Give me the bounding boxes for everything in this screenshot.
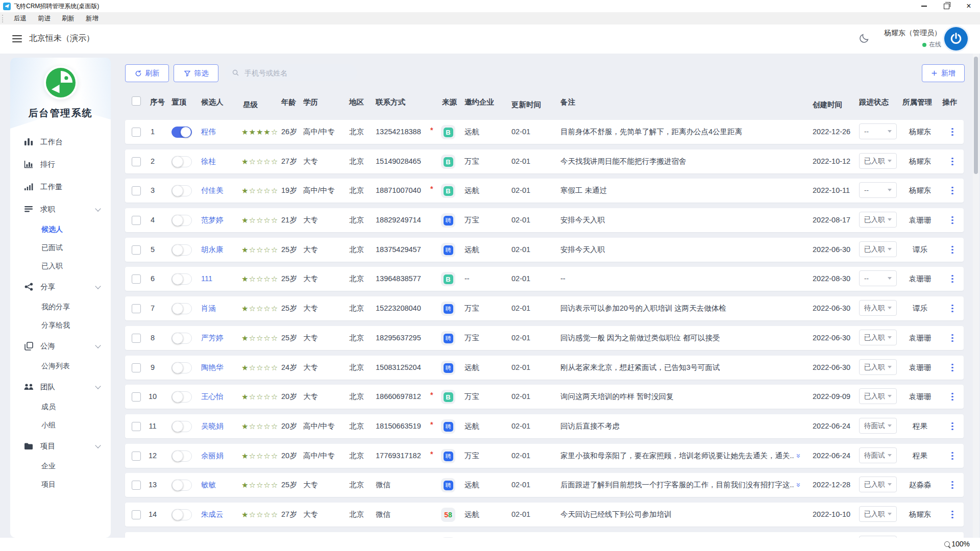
row-checkbox[interactable] — [132, 304, 141, 313]
refresh-button[interactable]: 刷新 — [125, 64, 169, 82]
candidate-name-link[interactable]: 敏敏 — [201, 473, 216, 497]
pin-toggle[interactable] — [172, 480, 192, 491]
row-checkbox[interactable] — [132, 245, 141, 255]
expand-remark-icon[interactable]: » — [787, 454, 811, 458]
star-rating[interactable]: ★☆☆☆☆ — [241, 238, 278, 262]
more-actions-icon[interactable] — [948, 473, 957, 497]
more-actions-icon[interactable] — [948, 326, 957, 350]
dark-mode-moon-icon[interactable] — [859, 33, 870, 44]
candidate-name-link[interactable]: 陶艳华 — [201, 356, 224, 380]
search-box[interactable] — [225, 64, 357, 81]
sidebar-item-team[interactable]: 团队 — [10, 375, 111, 398]
more-actions-icon[interactable] — [948, 120, 957, 144]
sidebar-subitem-我的分享[interactable]: 我的分享 — [10, 298, 111, 316]
star-rating[interactable]: ★☆☆☆☆ — [241, 385, 278, 409]
row-checkbox[interactable] — [132, 452, 141, 461]
star-rating[interactable]: ★☆☆☆☆ — [241, 414, 278, 438]
pin-toggle[interactable] — [172, 303, 192, 314]
minimize-button[interactable] — [913, 0, 935, 12]
sidebar-subitem-小组[interactable]: 小组 — [10, 416, 111, 435]
avatar[interactable] — [944, 27, 968, 51]
star-rating[interactable]: ★☆☆☆☆ — [241, 503, 278, 527]
star-rating[interactable]: ★☆☆☆☆ — [241, 267, 278, 291]
menu-new[interactable]: 新增 — [80, 14, 104, 23]
star-rating[interactable]: ★☆☆☆☆ — [241, 473, 278, 497]
more-actions-icon[interactable] — [948, 444, 957, 468]
sidebar-item-jobs[interactable]: 求职 — [10, 198, 111, 220]
add-button[interactable]: 新增 — [922, 64, 965, 82]
sidebar-item-share[interactable]: 分享 — [10, 276, 111, 298]
more-actions-icon[interactable] — [948, 503, 957, 527]
row-checkbox[interactable] — [132, 422, 141, 431]
pin-toggle[interactable] — [172, 391, 192, 403]
row-checkbox[interactable] — [132, 510, 141, 519]
sidebar-item-rank[interactable]: 排行 — [10, 153, 111, 176]
candidate-name-link[interactable]: 程伟 — [201, 120, 216, 144]
candidate-name-link[interactable]: 111 — [201, 267, 212, 291]
pin-toggle[interactable] — [172, 156, 192, 167]
row-checkbox[interactable] — [132, 334, 141, 343]
menu-forward[interactable]: 前进 — [32, 14, 56, 23]
candidate-name-link[interactable]: 徐桂 — [201, 149, 216, 173]
more-actions-icon[interactable] — [948, 238, 957, 262]
star-rating[interactable]: ★★★★☆ — [241, 120, 278, 144]
sidebar-item-sea[interactable]: 公海 — [10, 335, 111, 357]
sidebar-subitem-企业[interactable]: 企业 — [10, 457, 111, 475]
more-actions-icon[interactable] — [948, 296, 957, 320]
sidebar-subitem-分享给我[interactable]: 分享给我 — [10, 316, 111, 335]
sidebar-item-workload[interactable]: 工作量 — [10, 176, 111, 198]
star-rating[interactable]: ★☆☆☆☆ — [241, 149, 278, 173]
sidebar-item-project[interactable]: 项目 — [10, 435, 111, 457]
candidate-name-link[interactable]: 付佳美 — [201, 179, 224, 203]
pin-toggle[interactable] — [172, 509, 192, 520]
sidebar-item-workbench[interactable]: 工作台 — [10, 131, 111, 153]
star-rating[interactable]: ★☆☆☆☆ — [241, 326, 278, 350]
pin-toggle[interactable] — [172, 362, 192, 373]
row-checkbox[interactable] — [132, 481, 141, 490]
sidebar-subitem-项目[interactable]: 项目 — [10, 475, 111, 494]
hamburger-menu-icon[interactable] — [12, 35, 22, 44]
candidate-name-link[interactable]: 胡永康 — [201, 238, 224, 262]
candidate-name-link[interactable]: 范梦婷 — [201, 208, 224, 232]
star-rating[interactable]: ★☆☆☆☆ — [241, 356, 278, 380]
sidebar-subitem-已入职[interactable]: 已入职 — [10, 257, 111, 276]
pin-toggle[interactable] — [172, 215, 192, 226]
restore-button[interactable] — [935, 0, 958, 12]
sidebar-subitem-已面试[interactable]: 已面试 — [10, 239, 111, 257]
select-all-checkbox[interactable] — [132, 96, 141, 106]
star-rating[interactable]: ★☆☆☆☆ — [241, 444, 278, 468]
more-actions-icon[interactable] — [948, 385, 957, 409]
more-actions-icon[interactable] — [948, 208, 957, 232]
sidebar-subitem-成员[interactable]: 成员 — [10, 398, 111, 416]
row-checkbox[interactable] — [132, 128, 141, 137]
pin-toggle[interactable] — [172, 244, 192, 256]
row-checkbox[interactable] — [132, 392, 141, 402]
candidate-name-link[interactable]: 严芳婷 — [201, 326, 224, 350]
candidate-name-link[interactable]: 吴晓娟 — [201, 414, 224, 438]
more-actions-icon[interactable] — [948, 179, 957, 203]
row-checkbox[interactable] — [132, 216, 141, 225]
filter-button[interactable]: 筛选 — [174, 64, 218, 82]
star-rating[interactable]: ★☆☆☆☆ — [241, 296, 278, 320]
pin-toggle[interactable] — [172, 185, 192, 196]
pin-toggle[interactable] — [172, 450, 192, 462]
menu-back[interactable]: 后退 — [8, 14, 32, 23]
search-input[interactable] — [243, 68, 337, 78]
sidebar-subitem-公海列表[interactable]: 公海列表 — [10, 357, 111, 375]
candidate-name-link[interactable]: 王心怡 — [201, 385, 224, 409]
more-actions-icon[interactable] — [948, 414, 957, 438]
close-button[interactable]: × — [958, 0, 980, 12]
menu-refresh[interactable]: 刷新 — [56, 14, 80, 23]
star-rating[interactable]: ★☆☆☆☆ — [241, 179, 278, 203]
more-actions-icon[interactable] — [948, 149, 957, 173]
row-checkbox[interactable] — [132, 274, 141, 284]
row-checkbox[interactable] — [132, 186, 141, 195]
row-checkbox[interactable] — [132, 157, 141, 166]
row-checkbox[interactable] — [132, 363, 141, 372]
star-rating[interactable]: ★☆☆☆☆ — [241, 208, 278, 232]
scrollbar-thumb[interactable] — [974, 57, 978, 174]
sidebar-subitem-候选人[interactable]: 候选人 — [10, 220, 111, 239]
scrollbar[interactable] — [973, 54, 979, 538]
pin-toggle[interactable] — [172, 273, 192, 285]
expand-remark-icon[interactable]: » — [787, 483, 811, 487]
